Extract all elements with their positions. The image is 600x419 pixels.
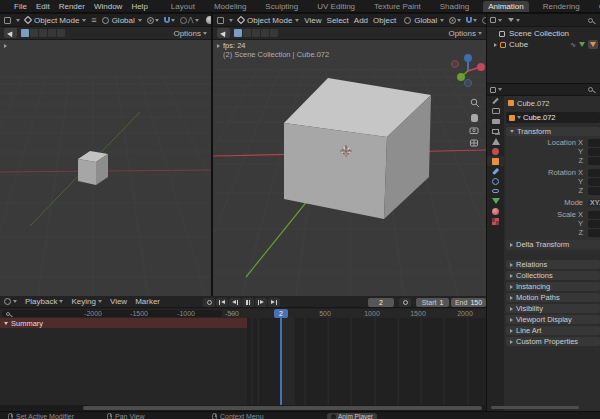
- tab-scene[interactable]: [487, 136, 504, 146]
- tab-constraints[interactable]: [487, 186, 504, 196]
- pivot-selector[interactable]: [147, 17, 159, 24]
- viewport-secondary[interactable]: Object Mode ≡ Global ⋀: [0, 14, 211, 296]
- toolbar-expand-icon[interactable]: [217, 44, 220, 48]
- field-scale-y[interactable]: Y: [506, 220, 600, 228]
- menu-help[interactable]: Help: [131, 2, 147, 11]
- tab-sculpting[interactable]: Sculpting: [260, 1, 303, 12]
- cube-object[interactable]: [284, 78, 431, 219]
- menu-playback[interactable]: Playback: [25, 297, 63, 306]
- panel-viewport-display[interactable]: Viewport Display: [506, 315, 600, 324]
- pause-button[interactable]: [242, 298, 254, 307]
- outliner-row-cube[interactable]: Cube ∿: [487, 39, 600, 50]
- snap-toggle[interactable]: [164, 17, 175, 23]
- proportional-editing[interactable]: ⋀: [482, 16, 486, 24]
- field-rotation-y[interactable]: Y: [506, 178, 600, 186]
- tab-material[interactable]: [487, 206, 504, 216]
- tab-rendering[interactable]: Rendering: [538, 1, 585, 12]
- snap-toggle[interactable]: [466, 17, 477, 23]
- orientation-selector[interactable]: Global: [404, 16, 444, 25]
- field-rotation-mode[interactable]: Mode XYZ E: [506, 199, 600, 207]
- properties-hscrollbar[interactable]: [491, 406, 579, 409]
- menu-view[interactable]: View: [110, 297, 127, 306]
- tab-animation[interactable]: Animation: [483, 1, 529, 12]
- breadcrumb-object[interactable]: Cube.072: [517, 99, 550, 108]
- panel-motion-paths[interactable]: Motion Paths: [506, 293, 600, 302]
- panel-relations[interactable]: Relations: [506, 260, 600, 269]
- rotation-mode-value[interactable]: XYZ E: [588, 199, 600, 207]
- tab-object-data[interactable]: [487, 196, 504, 206]
- editor-type-icon[interactable]: [217, 17, 224, 24]
- viewport-secondary-canvas[interactable]: [0, 40, 211, 296]
- options-dropdown[interactable]: Options: [448, 29, 482, 38]
- menu-select[interactable]: Select: [327, 16, 349, 25]
- select-mode-new[interactable]: [234, 29, 242, 37]
- tab-render[interactable]: [487, 106, 504, 116]
- select-mode-subtract[interactable]: [252, 29, 260, 37]
- menu-marker[interactable]: Marker: [135, 297, 160, 306]
- select-mode-subtract[interactable]: [39, 29, 47, 37]
- select-mode-extend[interactable]: [243, 29, 251, 37]
- menu-edit[interactable]: Edit: [36, 2, 50, 11]
- menu-view[interactable]: View: [304, 16, 321, 25]
- panel-delta-transform[interactable]: Delta Transform: [506, 240, 600, 249]
- shading-popover[interactable]: [206, 16, 212, 24]
- field-scale-z[interactable]: Z: [506, 229, 600, 237]
- menu-object[interactable]: Object: [373, 16, 396, 25]
- frame-start-field[interactable]: Start1: [416, 298, 449, 307]
- object-name-field[interactable]: Cube.072: [506, 112, 600, 123]
- anim-player-status-badge[interactable]: Anim Player: [327, 413, 377, 419]
- tab-shading[interactable]: Shading: [435, 1, 474, 12]
- field-rotation-x[interactable]: Rotation X: [506, 169, 600, 177]
- orientation-selector[interactable]: Global: [102, 16, 142, 25]
- timeline-editor-type[interactable]: [4, 298, 17, 305]
- select-mode-invert[interactable]: [48, 29, 56, 37]
- animation-icon[interactable]: ∿: [570, 41, 576, 49]
- playhead-line[interactable]: [280, 318, 282, 405]
- outliner-row-scene-collection[interactable]: Scene Collection: [487, 27, 600, 39]
- menu-keying[interactable]: Keying: [71, 297, 101, 306]
- frame-end-field[interactable]: End150: [451, 298, 486, 307]
- tab-modeling[interactable]: Modeling: [209, 1, 251, 12]
- playhead-frame-badge[interactable]: 2: [274, 309, 288, 318]
- transform-panel-header[interactable]: Transform: [506, 127, 600, 136]
- menu-add[interactable]: Add: [354, 16, 368, 25]
- mode-selector[interactable]: Object Mode: [238, 16, 299, 25]
- field-location-z[interactable]: Z: [506, 157, 600, 165]
- tab-output[interactable]: [487, 116, 504, 126]
- pivot-selector[interactable]: [449, 17, 461, 24]
- select-mode-invert[interactable]: [261, 29, 269, 37]
- select-mode-extend[interactable]: [30, 29, 38, 37]
- mode-selector[interactable]: Object Mode: [25, 16, 86, 25]
- active-tool-button[interactable]: [217, 28, 230, 38]
- cube-object-small[interactable]: [78, 151, 108, 185]
- panel-collections[interactable]: Collections: [506, 271, 600, 280]
- properties-editor-type-icon[interactable]: [490, 87, 496, 93]
- active-tool-button[interactable]: [4, 28, 17, 38]
- summary-channel[interactable]: Summary: [0, 318, 247, 328]
- editor-type-icon[interactable]: [4, 17, 11, 24]
- panel-custom-properties[interactable]: Custom Properties: [506, 337, 600, 346]
- tab-modifiers[interactable]: [487, 166, 504, 176]
- auto-keying-button[interactable]: [203, 298, 215, 307]
- current-frame-field[interactable]: 2: [368, 298, 394, 307]
- tab-compositing[interactable]: Compositing: [594, 1, 600, 12]
- field-rotation-z[interactable]: Z: [506, 187, 600, 195]
- toolbar-expand-icon[interactable]: [4, 44, 7, 48]
- tab-texture[interactable]: [487, 216, 504, 226]
- field-scale-x[interactable]: Scale X: [506, 211, 600, 219]
- menu-window[interactable]: Window: [94, 2, 122, 11]
- tab-layout[interactable]: Layout: [166, 1, 200, 12]
- tab-uv-editing[interactable]: UV Editing: [312, 1, 360, 12]
- tab-physics[interactable]: [487, 176, 504, 186]
- viewport-main-canvas[interactable]: [213, 40, 486, 296]
- timeline-scrollbar-thumb[interactable]: [83, 406, 482, 410]
- tab-object-active[interactable]: [487, 156, 504, 166]
- panel-instancing[interactable]: Instancing: [506, 282, 600, 291]
- outliner-search-icon[interactable]: [588, 18, 593, 23]
- auto-keyframe-stopwatch-button[interactable]: [399, 298, 411, 307]
- select-mode-intersect[interactable]: [57, 29, 65, 37]
- properties-search-icon[interactable]: [588, 87, 593, 92]
- next-keyframe-button[interactable]: [255, 298, 267, 307]
- proportional-editing[interactable]: ⋀: [180, 16, 199, 24]
- field-location-x[interactable]: Location X: [506, 139, 600, 147]
